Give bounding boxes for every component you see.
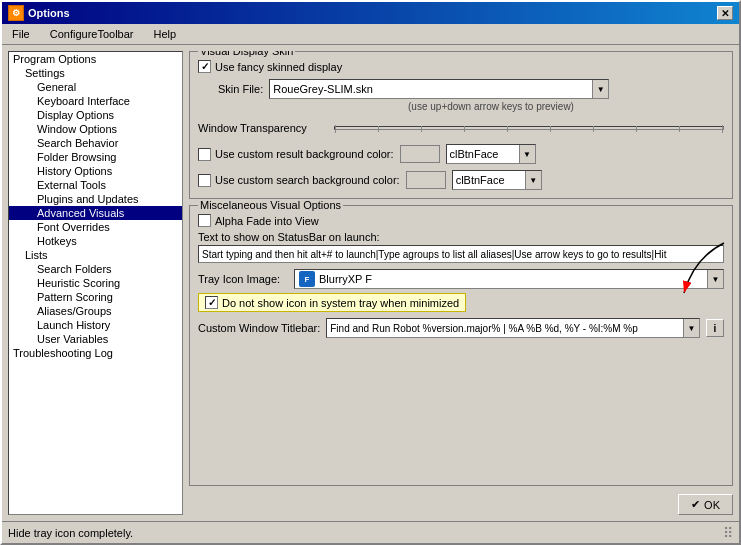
tray-icon-row: Tray Icon Image: F BlurryXP F ▼ xyxy=(198,269,724,289)
tree-general[interactable]: General xyxy=(9,80,182,94)
custom-result-bg-label[interactable]: Use custom result background color: xyxy=(198,148,394,161)
skin-file-value: RoueGrey-SLIM.skn xyxy=(270,82,592,96)
tree-aliases-groups[interactable]: Aliases/Groups xyxy=(9,304,182,318)
custom-result-bg-checkbox[interactable] xyxy=(198,148,211,161)
tray-icon-label: Tray Icon Image: xyxy=(198,273,288,285)
alpha-fade-label[interactable]: Alpha Fade into View xyxy=(198,214,319,227)
tray-combo-content: F BlurryXP F xyxy=(295,270,707,288)
transparency-slider[interactable] xyxy=(334,118,724,138)
preview-hint: (use up+down arrow keys to preview) xyxy=(258,101,724,112)
tree-lists[interactable]: Lists xyxy=(9,248,182,262)
tree-launch-history[interactable]: Launch History xyxy=(9,318,182,332)
use-fancy-text: Use fancy skinned display xyxy=(215,61,342,73)
custom-search-bg-checkbox[interactable] xyxy=(198,174,211,187)
main-content: Program Options Settings General Keyboar… xyxy=(2,45,739,521)
use-fancy-label[interactable]: Use fancy skinned display xyxy=(198,60,342,73)
tree-folder-browsing[interactable]: Folder Browsing xyxy=(9,150,182,164)
transparency-row: Window Transparency xyxy=(198,118,724,138)
custom-search-bg-combo[interactable]: clBtnFace ▼ xyxy=(452,170,542,190)
custom-result-bg-dropdown[interactable]: ▼ xyxy=(519,145,535,163)
use-fancy-checkbox[interactable] xyxy=(198,60,211,73)
custom-search-bg-row: Use custom search background color: clBt… xyxy=(198,170,724,190)
tray-icon-dropdown-btn[interactable]: ▼ xyxy=(707,270,723,288)
custom-search-bg-label[interactable]: Use custom search background color: xyxy=(198,174,400,187)
menu-help[interactable]: Help xyxy=(148,26,183,42)
tree-panel: Program Options Settings General Keyboar… xyxy=(8,51,183,515)
options-window: ⚙ Options ✕ File ConfigureToolbar Help P… xyxy=(0,0,741,545)
title-bar: ⚙ Options ✕ xyxy=(2,2,739,24)
tree-heuristic-scoring[interactable]: Heuristic Scoring xyxy=(9,276,182,290)
tray-icon-preview: F xyxy=(299,271,315,287)
tree-hotkeys[interactable]: Hotkeys xyxy=(9,234,182,248)
visual-display-skin-group: Visual Display Skin Use fancy skinned di… xyxy=(189,51,733,199)
menu-bar: File ConfigureToolbar Help xyxy=(2,24,739,45)
visual-skin-group-title: Visual Display Skin xyxy=(198,51,295,57)
custom-search-bg-dropdown[interactable]: ▼ xyxy=(525,171,541,189)
custom-title-value: Find and Run Robot %version.major% | %A … xyxy=(327,322,683,335)
status-text: Hide tray icon completely. xyxy=(8,527,133,539)
skin-file-combo[interactable]: RoueGrey-SLIM.skn ▼ xyxy=(269,79,609,99)
custom-title-dropdown-btn[interactable]: ▼ xyxy=(683,319,699,337)
menu-file[interactable]: File xyxy=(6,26,36,42)
statusbar-section: Text to show on StatusBar on launch: xyxy=(198,231,724,263)
custom-search-bg-value: clBtnFace xyxy=(453,173,525,187)
right-panel: Visual Display Skin Use fancy skinned di… xyxy=(189,51,733,515)
no-tray-icon-checkbox[interactable] xyxy=(205,296,218,309)
custom-result-bg-text: Use custom result background color: xyxy=(215,148,394,160)
alpha-fade-row: Alpha Fade into View xyxy=(198,214,724,227)
custom-result-bg-combo[interactable]: clBtnFace ▼ xyxy=(446,144,536,164)
custom-title-combo[interactable]: Find and Run Robot %version.major% | %A … xyxy=(326,318,700,338)
tree-display-options[interactable]: Display Options xyxy=(9,108,182,122)
no-tray-icon-label[interactable]: Do not show icon in system tray when min… xyxy=(198,293,466,312)
tree-user-variables[interactable]: User Variables xyxy=(9,332,182,346)
close-button[interactable]: ✕ xyxy=(717,6,733,20)
transparency-label: Window Transparency xyxy=(198,122,328,134)
tree-search-behavior[interactable]: Search Behavior xyxy=(9,136,182,150)
tree-program-options[interactable]: Program Options xyxy=(9,52,182,66)
window-title: Options xyxy=(28,7,70,19)
custom-result-bg-value: clBtnFace xyxy=(447,147,519,161)
tree-settings[interactable]: Settings xyxy=(9,66,182,80)
misc-visual-group: Miscelaneous Visual Options Alpha Fade i… xyxy=(189,205,733,486)
menu-configure-toolbar[interactable]: ConfigureToolbar xyxy=(44,26,140,42)
skin-file-row: Skin File: RoueGrey-SLIM.skn ▼ xyxy=(218,79,724,99)
tree-search-folders[interactable]: Search Folders xyxy=(9,262,182,276)
tree-history-options[interactable]: History Options xyxy=(9,164,182,178)
misc-visual-group-title: Miscelaneous Visual Options xyxy=(198,199,343,211)
no-tray-icon-section: Do not show icon in system tray when min… xyxy=(198,293,724,312)
use-fancy-row: Use fancy skinned display xyxy=(198,60,724,73)
no-tray-icon-text: Do not show icon in system tray when min… xyxy=(222,297,459,309)
tray-icon-value: BlurryXP F xyxy=(319,273,372,285)
title-bar-left: ⚙ Options xyxy=(8,5,70,21)
custom-search-bg-color-box xyxy=(406,171,446,189)
alpha-fade-text: Alpha Fade into View xyxy=(215,215,319,227)
resize-grip: ⠿ xyxy=(723,525,733,541)
skin-file-dropdown-btn[interactable]: ▼ xyxy=(592,80,608,98)
ok-checkmark: ✔ xyxy=(691,498,700,511)
tray-icon-combo[interactable]: F BlurryXP F ▼ xyxy=(294,269,724,289)
tree-font-overrides[interactable]: Font Overrides xyxy=(9,220,182,234)
slider-track xyxy=(334,126,724,130)
statusbar-label: Text to show on StatusBar on launch: xyxy=(198,231,380,243)
ok-label: OK xyxy=(704,499,720,511)
alpha-fade-checkbox[interactable] xyxy=(198,214,211,227)
custom-search-bg-text: Use custom search background color: xyxy=(215,174,400,186)
window-icon: ⚙ xyxy=(8,5,24,21)
tree-external-tools[interactable]: External Tools xyxy=(9,178,182,192)
custom-result-bg-color-box xyxy=(400,145,440,163)
tree-pattern-scoring[interactable]: Pattern Scoring xyxy=(9,290,182,304)
tree-keyboard-interface[interactable]: Keyboard Interface xyxy=(9,94,182,108)
statusbar-input[interactable] xyxy=(198,245,724,263)
skin-file-label: Skin File: xyxy=(218,83,263,95)
custom-title-label: Custom Window Titlebar: xyxy=(198,322,320,334)
tree-troubleshooting-log[interactable]: Troubleshooting Log xyxy=(9,346,182,360)
custom-title-row: Custom Window Titlebar: Find and Run Rob… xyxy=(198,318,724,338)
custom-result-bg-row: Use custom result background color: clBt… xyxy=(198,144,724,164)
ok-button[interactable]: ✔ OK xyxy=(678,494,733,515)
info-button[interactable]: i xyxy=(706,319,724,337)
tree-window-options[interactable]: Window Options xyxy=(9,122,182,136)
tree-plugins-and-updates[interactable]: Plugins and Updates xyxy=(9,192,182,206)
ok-row: ✔ OK xyxy=(189,494,733,515)
status-bar: Hide tray icon completely. ⠿ xyxy=(2,521,739,543)
tree-advanced-visuals[interactable]: Advanced Visuals xyxy=(9,206,182,220)
